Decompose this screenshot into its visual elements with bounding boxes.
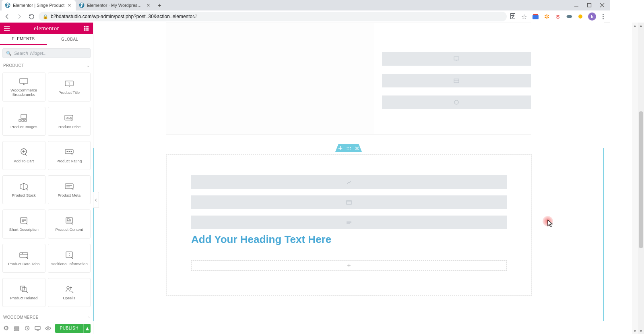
- back-button[interactable]: [2, 12, 12, 21]
- widget-label: Product Images: [9, 125, 39, 129]
- widget-placeholder[interactable]: [382, 74, 531, 87]
- images-icon: [19, 114, 29, 122]
- reload-button[interactable]: [27, 12, 36, 21]
- svg-rect-3: [588, 4, 591, 7]
- editing-column[interactable]: Add Your Heading Text Here +: [166, 154, 532, 296]
- svg-point-80: [350, 149, 351, 149]
- widget-product-images[interactable]: Product Images: [2, 107, 45, 136]
- extension-icon[interactable]: S: [554, 13, 561, 20]
- svg-rect-6: [533, 15, 539, 19]
- widget-product-price[interactable]: 360$ Product Price: [48, 107, 91, 136]
- chevron-down-icon: ⌄: [87, 63, 90, 68]
- svg-rect-62: [14, 328, 19, 329]
- widget-add-to-cart[interactable]: Add To Cart: [2, 141, 45, 170]
- scroll-up-icon[interactable]: ▲: [638, 23, 644, 29]
- widget-product-rating[interactable]: Product Rating: [48, 141, 91, 170]
- publish-options-button[interactable]: ▴: [83, 324, 91, 333]
- svg-rect-26: [19, 120, 21, 121]
- widget-product-data-tabs[interactable]: Product Data Tabs: [2, 244, 45, 273]
- widget-product-content[interactable]: Product Content: [48, 210, 91, 239]
- svg-rect-14: [85, 26, 87, 27]
- editing-inner-box: Add Your Heading Text Here +: [179, 167, 519, 283]
- translate-icon[interactable]: 🈂: [509, 13, 516, 20]
- vertical-scrollbar[interactable]: ▲ ▼: [638, 23, 644, 334]
- canvas-vertical-scrollbar[interactable]: ▲ ▼: [632, 23, 638, 334]
- hamburger-icon[interactable]: [3, 25, 10, 32]
- section-editing[interactable]: Add Your Heading Text Here +: [93, 148, 604, 321]
- publish-button[interactable]: PUBLISH: [55, 324, 83, 333]
- scroll-down-icon[interactable]: ▼: [632, 328, 638, 334]
- minimize-icon[interactable]: [574, 2, 579, 8]
- scroll-up-icon[interactable]: ▲: [632, 23, 638, 29]
- widget-product-meta[interactable]: Product Meta: [48, 175, 91, 204]
- panel-header: elementor: [0, 23, 93, 34]
- widget-product-related[interactable]: Product Related: [2, 278, 45, 307]
- widget-placeholder[interactable]: [382, 52, 531, 66]
- widget-placeholder[interactable]: [191, 216, 507, 229]
- extension-icon[interactable]: [532, 13, 539, 20]
- apps-grid-icon[interactable]: [83, 25, 90, 32]
- extension-icon[interactable]: [566, 13, 573, 20]
- widget-placeholder[interactable]: [191, 175, 507, 189]
- price-icon: 360$: [64, 114, 74, 122]
- delete-section-icon[interactable]: [355, 147, 359, 150]
- extension-icon[interactable]: ✲: [543, 13, 550, 20]
- tab-elementor-my-wordpress[interactable]: Elementor - My Wordpress — ✕: [76, 0, 155, 10]
- navigator-icon[interactable]: [13, 325, 20, 332]
- heading-widget[interactable]: Add Your Heading Text Here: [191, 233, 507, 246]
- widget-label: Short Description: [8, 228, 40, 232]
- svg-rect-13: [84, 26, 85, 27]
- preview-icon[interactable]: [44, 325, 52, 332]
- close-window-icon[interactable]: [599, 2, 605, 8]
- widget-woocommerce-breadcrumbs[interactable]: WooCommerce Breadcrumbs: [2, 73, 45, 102]
- section-upper[interactable]: [93, 23, 604, 148]
- settings-icon[interactable]: ⚙: [2, 325, 10, 332]
- widget-product-title[interactable]: T Product Title: [48, 73, 91, 102]
- forward-button[interactable]: [14, 12, 24, 21]
- search-widget[interactable]: 🔍: [2, 48, 91, 58]
- close-icon[interactable]: ✕: [146, 3, 151, 8]
- upper-column-1[interactable]: [166, 23, 374, 134]
- group-label: PRODUCT: [3, 63, 24, 68]
- panel-collapse-handle[interactable]: ‹: [93, 192, 99, 208]
- canvas-scroll[interactable]: Add Your Heading Text Here +: [93, 23, 604, 334]
- close-icon[interactable]: ✕: [67, 3, 72, 8]
- group-woocommerce[interactable]: WOOCOMMERCE ›: [0, 312, 93, 322]
- search-input[interactable]: [14, 51, 87, 56]
- svg-rect-58: [22, 288, 26, 292]
- omnibox[interactable]: 🔒 b2bdatastudio.com/wp-admin/post.php?po…: [39, 12, 507, 21]
- svg-point-76: [349, 147, 349, 148]
- cursor-icon: [547, 220, 555, 230]
- tab-elements[interactable]: ELEMENTS: [0, 34, 47, 45]
- widget-placeholder[interactable]: [382, 95, 531, 109]
- widget-upsells[interactable]: Upsells: [48, 278, 91, 307]
- browser-menu-icon[interactable]: [600, 14, 606, 19]
- scrollbar-thumb[interactable]: [639, 111, 643, 248]
- add-widget-dropzone[interactable]: +: [191, 260, 507, 271]
- extension-icon[interactable]: [577, 13, 584, 20]
- svg-rect-21: [87, 29, 89, 31]
- edit-section-icon[interactable]: [347, 147, 351, 150]
- svg-point-72: [454, 100, 458, 104]
- new-tab-button[interactable]: +: [155, 1, 164, 10]
- widget-label: Add To Cart: [12, 159, 35, 164]
- data-tabs-icon: [19, 251, 29, 259]
- maximize-icon[interactable]: [586, 2, 592, 8]
- history-icon[interactable]: [23, 325, 31, 332]
- tab-global[interactable]: GLOBAL: [47, 34, 93, 45]
- widget-product-stock[interactable]: Product Stock: [2, 175, 45, 204]
- widget-placeholder[interactable]: [191, 195, 507, 209]
- group-product[interactable]: PRODUCT ⌄: [0, 60, 93, 70]
- bookmark-star-icon[interactable]: ☆: [520, 13, 528, 20]
- tab-title: Elementor - My Wordpress —: [87, 3, 143, 8]
- tab-elementor-single-product[interactable]: Elementor | Singe Product ✕: [2, 0, 76, 10]
- profile-avatar[interactable]: b: [588, 12, 596, 21]
- widget-additional-information[interactable]: Additional Information: [48, 244, 91, 273]
- scroll-down-icon[interactable]: ▼: [638, 328, 644, 334]
- responsive-icon[interactable]: [34, 325, 41, 332]
- svg-rect-65: [35, 326, 40, 330]
- add-section-icon[interactable]: [339, 146, 343, 150]
- upper-column-2[interactable]: [382, 23, 531, 134]
- widget-short-description[interactable]: Short Description: [2, 210, 45, 239]
- svg-rect-51: [20, 253, 28, 257]
